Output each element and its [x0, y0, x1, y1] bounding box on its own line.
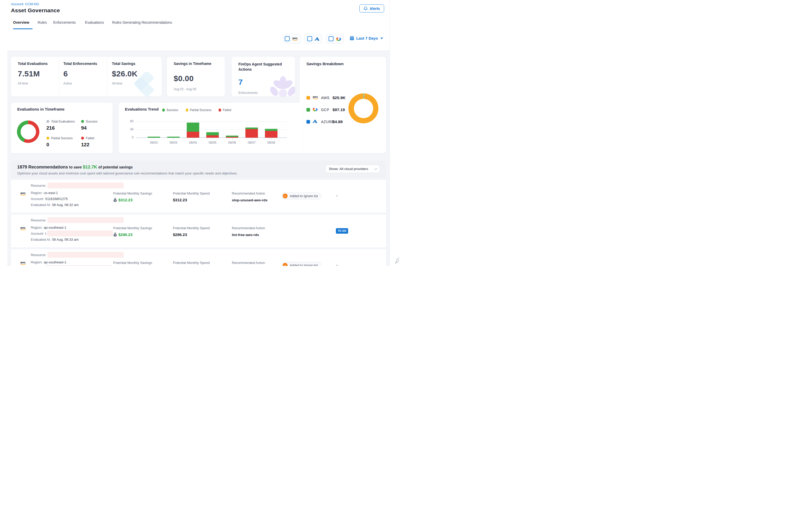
x-axis-label: 08/08	[263, 141, 279, 145]
azure-icon	[312, 119, 318, 124]
trend-bar-08/02[interactable]	[148, 137, 160, 138]
bell-icon	[363, 6, 368, 11]
trend-bar-08/05[interactable]	[206, 132, 219, 138]
legend-provider-value: $4.88	[332, 119, 343, 124]
date-range-picker[interactable]: Last 7 Days	[350, 36, 383, 40]
recommendation-row[interactable]: aws Resource: Region:ap-southeast-1 Acco…	[11, 249, 386, 266]
gcp-icon	[312, 107, 318, 111]
alerts-button[interactable]: Alerts	[359, 4, 384, 13]
legend-dot	[81, 120, 84, 123]
savings-timeframe-value: $0.00	[174, 74, 194, 83]
svg-text:aws: aws	[20, 261, 25, 264]
x-axis-label: 08/05	[205, 141, 220, 145]
legend-provider-value: $25.9K	[332, 95, 345, 100]
ignore-list-label: Added to Ignore list	[290, 194, 318, 198]
account-breadcrumb-link[interactable]: Account: CCM-NG	[11, 2, 39, 6]
legend-provider-label: AZURE	[321, 120, 334, 124]
finops-agent-sub: Enforcements	[239, 91, 258, 95]
svg-text:aws: aws	[313, 95, 318, 98]
svg-text:$: $	[114, 199, 116, 202]
spend-label: Potential Monthly Spend	[173, 226, 210, 230]
gcp-checkbox[interactable]	[328, 36, 334, 41]
savings-breakdown-card: Savings Breakdown aws AWS $25.9K GCP $97…	[300, 57, 386, 153]
tab-rules[interactable]: Rules	[38, 20, 47, 24]
savings-value: $312.23	[118, 198, 132, 202]
feedback-pencil-icon[interactable]	[394, 256, 399, 264]
legend-dot	[46, 120, 49, 123]
aws-icon: aws	[312, 95, 319, 100]
legend-color-swatch	[306, 108, 310, 112]
x-axis-label: 08/04	[185, 141, 201, 145]
aws-checkbox[interactable]	[285, 36, 290, 41]
flower-watermark	[267, 75, 295, 96]
trend-bar-08/03[interactable]	[167, 137, 180, 138]
provider-filter-azure[interactable]	[305, 34, 322, 43]
evaluations-timeframe-title: Evaluations in Timeframe	[17, 107, 64, 111]
evaluated-at-label: Evaluated At:	[31, 203, 51, 207]
y-axis-tick: 40	[125, 128, 134, 131]
resource-label: Resource:	[31, 253, 46, 257]
alerts-button-label: Alerts	[369, 6, 380, 11]
x-axis-label: 08/06	[224, 141, 240, 145]
region-value: us-east-1	[44, 191, 58, 195]
evaluations-trend-card: Evaluations Trend Success Partial Succes…	[119, 103, 302, 153]
legend-provider-label: GCP	[321, 108, 329, 112]
recommendations-count: 1879 Recommendations	[17, 165, 68, 170]
redacted-resource-value	[48, 217, 124, 223]
ignore-list-pill[interactable]: –Added to Ignore list	[281, 262, 322, 266]
trend-bar-08/07[interactable]	[245, 128, 258, 138]
provider-logo: aws	[20, 191, 27, 197]
account-value: 511616801275	[45, 197, 68, 201]
azure-icon	[314, 37, 320, 41]
evaluations-trend-bar-chart: 80400 08/02 08/03 08/04 08/05 08/06 08/0…	[119, 103, 302, 153]
money-bag-icon: $	[113, 198, 117, 202]
spend-value: $286.23	[173, 232, 210, 237]
total-enforcements-sub: Active	[63, 82, 107, 85]
provider-logo: aws	[20, 261, 27, 266]
tab-evaluations[interactable]: Evaluations	[85, 20, 104, 24]
total-savings-sub: All-time	[112, 82, 162, 85]
provider-filter-gcp[interactable]	[326, 34, 344, 43]
svg-text:aws: aws	[20, 191, 25, 194]
savings-timeframe-sub: Aug 02 - Aug 09	[174, 87, 196, 91]
filter-bar: aws Last 7 Days	[7, 29, 390, 50]
recommendations-header: 1879 Recommendations to save $12.7K of p…	[11, 161, 386, 178]
todo-badge[interactable]: TO DO	[336, 228, 348, 234]
recommendation-row[interactable]: aws Resource: Region:us-east-1 Account:5…	[11, 180, 386, 212]
chevron-down-icon	[374, 167, 377, 170]
cloud-provider-filter-dropdown[interactable]: Show: All cloud providers	[325, 165, 380, 173]
provider-filter-aws[interactable]: aws	[283, 34, 300, 43]
legend-dot	[46, 137, 49, 139]
recommendation-row[interactable]: aws Resource: Region:ap-southeast-1 Acco…	[11, 215, 386, 247]
main-container: Account: CCM-NG Asset Governance Alerts …	[7, 0, 390, 266]
tab-overview[interactable]: Overview	[13, 20, 29, 24]
date-range-label: Last 7 Days	[356, 36, 378, 40]
region-label: Region:	[31, 260, 42, 264]
tab-enforcements[interactable]: Enforcements	[53, 20, 76, 24]
account-label: Account:	[31, 197, 44, 201]
evaluations-legend-total-evaluations: Total Evaluations 216	[46, 119, 75, 131]
action-value: list-free-aws-rds	[232, 233, 265, 237]
savings-label: Potential Monthly Savings	[113, 191, 152, 195]
ignore-list-pill[interactable]: –Added to Ignore list	[281, 192, 322, 200]
x-axis-label: 08/03	[166, 141, 181, 145]
dashboard-content: Total Evaluations 7.51M All-time Total E…	[7, 50, 390, 266]
redacted-account-value	[47, 230, 113, 236]
savings-in-timeframe-card: Savings in Timeframe $0.00 Aug 02 - Aug …	[167, 57, 225, 96]
total-evaluations-label: Total Evaluations	[18, 61, 59, 66]
caret-down-icon	[380, 38, 383, 39]
trend-bar-08/04[interactable]	[187, 122, 199, 138]
evaluations-timeframe-donut-chart	[17, 120, 39, 143]
tab-rules-generating-recommendations[interactable]: Rules Generating Recommendations	[112, 20, 172, 24]
tab-bar: OverviewRulesEnforcementsEvaluationsRule…	[7, 18, 390, 30]
region-label: Region:	[31, 226, 42, 229]
provider-logo: aws	[20, 226, 27, 232]
trend-bar-08/08[interactable]	[265, 129, 278, 138]
action-label: Recommended Action	[232, 191, 268, 195]
empty-status-dash: -	[337, 263, 338, 266]
ignore-list-label: Added to Ignore list	[290, 264, 318, 266]
azure-checkbox[interactable]	[307, 36, 312, 41]
trend-bar-08/06[interactable]	[226, 136, 239, 138]
savings-timeframe-label: Savings in Timeframe	[174, 61, 211, 66]
aws-icon: aws	[20, 226, 27, 230]
